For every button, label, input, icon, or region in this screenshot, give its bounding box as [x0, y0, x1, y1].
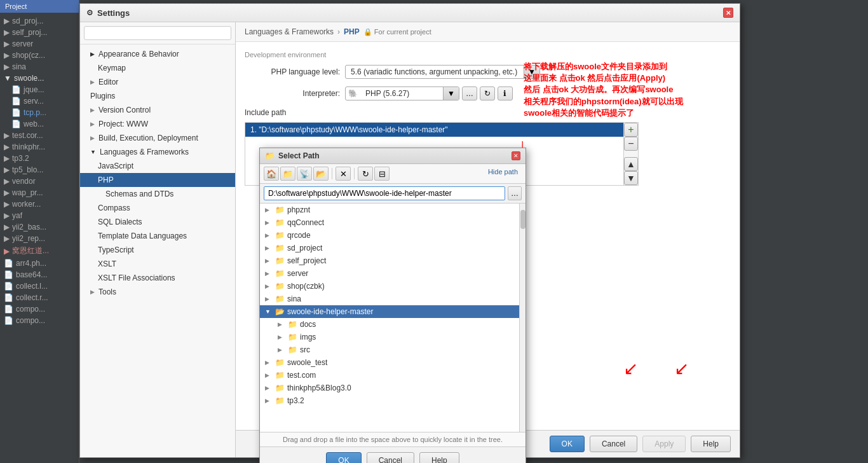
- toolbar-newfolder-btn[interactable]: 📂: [313, 167, 329, 181]
- select-path-title-group: 📁 Select Path: [265, 151, 320, 160]
- select-path-ok-btn[interactable]: OK: [326, 452, 361, 463]
- interpreter-row: Interpreter: 🐘 PHP (5.6.27) ▼ … ↻ ℹ: [245, 86, 731, 100]
- nav-item-appearance[interactable]: ▶ Appearance & Behavior: [80, 47, 235, 61]
- interpreter-dropdown-btn[interactable]: ▼: [443, 87, 459, 100]
- nav-item-typescript[interactable]: TypeScript: [80, 243, 235, 257]
- settings-search-input[interactable]: [84, 26, 231, 40]
- tree-arrow: ▶: [265, 397, 273, 404]
- tree-item-thinkphp[interactable]: ▶ 📁 thinkphp5&Blog3.0: [260, 382, 526, 394]
- nav-item-template[interactable]: Template Data Languages: [80, 229, 235, 243]
- nav-item-project[interactable]: ▶ Project: WWW: [80, 117, 235, 131]
- close-button[interactable]: ✕: [723, 8, 733, 18]
- nav-label-sql: SQL Dialects: [98, 218, 142, 226]
- nav-label-build: Build, Execution, Deployment: [98, 134, 198, 142]
- tree-item-self-project[interactable]: ▶ 📁 self_project: [260, 254, 526, 267]
- ide-sidebar-item: ▶yaf: [3, 210, 76, 221]
- path-controls: + − ▲ ▼: [623, 123, 638, 185]
- toolbar-delete-btn[interactable]: ✕: [336, 167, 351, 181]
- nav-arrow-project: ▶: [90, 121, 95, 127]
- nav-label-languages: Languages & Frameworks: [100, 148, 189, 156]
- toolbar-home-btn[interactable]: 🏠: [264, 167, 279, 181]
- interpreter-info-btn[interactable]: ℹ: [498, 86, 513, 100]
- cancel-button[interactable]: Cancel: [590, 436, 637, 452]
- nav-item-languages[interactable]: ▼ Languages & Frameworks: [80, 145, 235, 159]
- toolbar-folder-btn[interactable]: 📁: [280, 167, 295, 181]
- toolbar-separator-2: [354, 168, 355, 179]
- drag-hint: Drag and drop a file into the space abov…: [260, 432, 526, 447]
- toolbar-collapse-btn[interactable]: ⊟: [374, 167, 390, 181]
- tree-item-tp32[interactable]: ▶ 📁 tp3.2: [260, 394, 526, 407]
- tree-item-swoole-test[interactable]: ▶ 📁 swoole_test: [260, 356, 526, 369]
- folder-icon: 📁: [275, 256, 285, 265]
- nav-item-plugins[interactable]: Plugins: [80, 89, 235, 103]
- tree-arrow: ▶: [265, 232, 273, 238]
- nav-item-javascript[interactable]: JavaScript: [80, 159, 235, 173]
- nav-label-tools: Tools: [98, 287, 116, 296]
- ok-button[interactable]: OK: [550, 436, 585, 452]
- tree-item-server[interactable]: ▶ 📁 server: [260, 267, 526, 280]
- toolbar-refresh-btn[interactable]: ↻: [358, 167, 373, 181]
- ide-sidebar: Project ▶sd_proj... ▶self_proj... ▶serve…: [0, 0, 79, 463]
- tree-item-qqconnect[interactable]: ▶ 📁 qqConnect: [260, 216, 526, 229]
- select-path-help-btn[interactable]: Help: [419, 452, 459, 463]
- tree-label: phpznt: [287, 205, 310, 214]
- nav-item-php[interactable]: PHP: [80, 173, 235, 187]
- nav-item-editor[interactable]: ▶ Editor: [80, 75, 235, 89]
- apply-button[interactable]: Apply: [642, 436, 686, 452]
- select-path-close-btn[interactable]: ✕: [512, 151, 520, 160]
- select-path-title: Select Path: [278, 151, 320, 160]
- toolbar-ftp-btn[interactable]: 📡: [297, 167, 312, 181]
- tree-item-sd-project[interactable]: ▶ 📁 sd_project: [260, 242, 526, 254]
- ide-sidebar-item: 📄tcp.p...: [3, 107, 76, 118]
- interpreter-dots-btn[interactable]: …: [462, 86, 477, 100]
- spacer: [624, 151, 638, 157]
- tree-item-phpznt[interactable]: ▶ 📁 phpznt: [260, 204, 526, 216]
- tree-scrollbar[interactable]: [519, 204, 526, 432]
- interpreter-refresh-btn[interactable]: ↻: [480, 86, 495, 100]
- tree-item-imgs[interactable]: ▶ 📁 imgs: [260, 331, 526, 343]
- folder-icon: 📁: [275, 282, 285, 291]
- nav-item-tools[interactable]: ▶ Tools: [80, 285, 235, 299]
- nav-label-project: Project: WWW: [98, 120, 148, 128]
- path-row-1[interactable]: 1. "D:\software\phpstudy\WWW\swoole-ide-…: [245, 123, 623, 137]
- tree-arrow-docs: ▶: [278, 321, 285, 328]
- nav-item-sql[interactable]: SQL Dialects: [80, 215, 235, 229]
- add-path-btn[interactable]: +: [624, 123, 638, 137]
- nav-label-vcs: Version Control: [98, 106, 151, 114]
- path-browse-btn[interactable]: …: [508, 186, 522, 200]
- tree-arrow: ▶: [265, 372, 273, 378]
- nav-item-vcs[interactable]: ▶ Version Control: [80, 103, 235, 117]
- path-input[interactable]: [264, 186, 505, 200]
- tree-item-src[interactable]: ▶ 📁 src: [260, 343, 526, 356]
- php-level-dropdown-btn[interactable]: ▼: [524, 66, 539, 78]
- tree-item-shop[interactable]: ▶ 📁 shop(czbk): [260, 280, 526, 293]
- hide-path-link[interactable]: Hide path: [484, 167, 522, 181]
- tree-item-test-com[interactable]: ▶ 📁 test.com: [260, 369, 526, 382]
- php-level-select[interactable]: 5.6 (variadic functions, argument unpack…: [345, 65, 540, 79]
- tree-item-qrcode[interactable]: ▶ 📁 qrcode: [260, 229, 526, 242]
- include-path-label: Include path: [245, 108, 731, 117]
- nav-item-xslt[interactable]: XSLT: [80, 257, 235, 271]
- help-button[interactable]: Help: [691, 436, 731, 452]
- move-down-btn[interactable]: ▼: [624, 171, 638, 185]
- nav-item-xslt-file[interactable]: XSLT File Associations: [80, 271, 235, 285]
- tree-arrow: ▶: [265, 258, 273, 264]
- tree-item-swoole[interactable]: ▼ 📂 swoole-ide-helper-master: [260, 305, 526, 318]
- nav-item-compass[interactable]: Compass: [80, 201, 235, 215]
- nav-label-keymap: Keymap: [98, 64, 126, 73]
- remove-path-btn[interactable]: −: [624, 137, 638, 151]
- select-path-cancel-btn[interactable]: Cancel: [367, 452, 414, 463]
- nav-item-schemas[interactable]: Schemas and DTDs: [80, 187, 235, 201]
- nav-item-build[interactable]: ▶ Build, Execution, Deployment: [80, 131, 235, 145]
- interpreter-select[interactable]: 🐘 PHP (5.6.27) ▼: [345, 86, 459, 100]
- tree-item-sina[interactable]: ▶ 📁 sina: [260, 293, 526, 305]
- folder-icon: 📁: [275, 218, 285, 227]
- nav-item-keymap[interactable]: Keymap: [80, 61, 235, 75]
- select-path-tree[interactable]: ▶ 📁 phpznt ▶ 📁 qqConnect ▶ 📁 qrcode ▶ 📁 …: [260, 204, 526, 432]
- folder-icon: 📁: [275, 294, 285, 303]
- tree-item-docs[interactable]: ▶ 📁 docs: [260, 318, 526, 331]
- folder-icon: 📁: [275, 371, 285, 380]
- folder-icon: 📁: [275, 205, 285, 214]
- nav-arrow-editor: ▶: [90, 79, 95, 85]
- move-up-btn[interactable]: ▲: [624, 157, 638, 171]
